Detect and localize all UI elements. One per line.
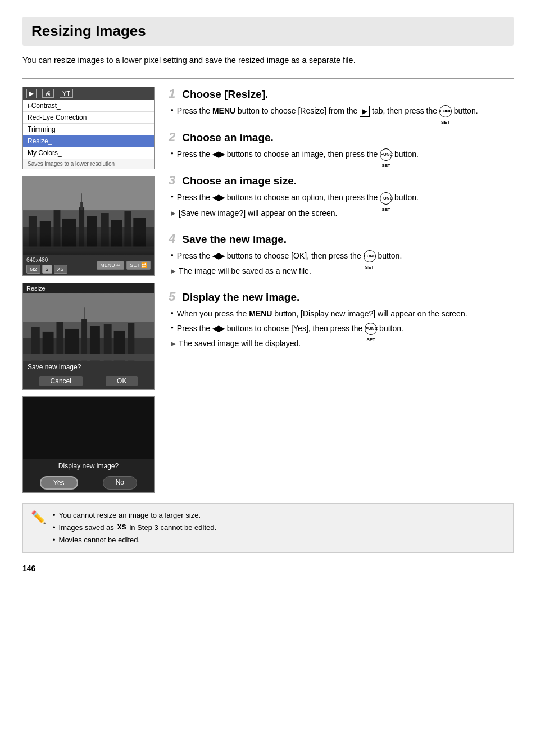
bullet-text-3-1: Press the ◀▶ buttons to choose an option… <box>177 192 419 204</box>
save-buttons: Cancel OK <box>23 373 154 389</box>
cancel-button[interactable]: Cancel <box>39 376 83 386</box>
resize-image-1 <box>23 176 154 255</box>
yes-button[interactable]: Yes <box>40 476 78 490</box>
save-screen-label: Resize <box>23 283 154 293</box>
note-items: You cannot resize an image to a larger s… <box>53 509 216 546</box>
func-set-btn-4: FUNCSET <box>364 250 376 262</box>
step-2: 2 Choose an image. ● Press the ◀▶ button… <box>169 130 514 161</box>
step-3: 3 Choose an image size. ● Press the ◀▶ b… <box>169 173 514 219</box>
tab-playback-icon: ▶ <box>360 106 370 117</box>
step-title-1: Choose [Resize]. <box>180 88 268 101</box>
step-body-5: ● When you press the MENU button, [Displ… <box>169 308 514 350</box>
step-number-3: 3 <box>169 173 175 188</box>
note-text-3: Movies cannot be edited. <box>59 534 140 546</box>
bullet-dot-3: ● <box>171 193 174 200</box>
cam-btn-set[interactable]: SET 🔁 <box>126 261 151 270</box>
bullet-5-3: ▶ The saved image will be displayed. <box>171 338 514 350</box>
svg-rect-6 <box>62 219 76 255</box>
svg-rect-30 <box>23 354 154 360</box>
arrow-5-3: ▶ <box>171 339 175 348</box>
bullet-text-4-2: The image will be saved as a new file. <box>179 265 311 277</box>
bullet-text-5-1: When you press the MENU button, [Display… <box>177 308 467 320</box>
screen-menu: ▶ 🖨 YT i-Contrast_ Red-Eye Correction_ T… <box>22 87 155 169</box>
func-set-btn-1: FUNCSET <box>439 105 452 117</box>
no-button[interactable]: No <box>103 476 137 490</box>
tab-print: 🖨 <box>42 89 54 98</box>
step-number-2: 2 <box>169 130 175 144</box>
bullet-dot-5-2: ● <box>171 324 174 331</box>
svg-rect-13 <box>80 202 83 210</box>
size-btn-xs[interactable]: XS <box>54 265 67 274</box>
btn-bar-1: MENU ↩ SET 🔁 <box>97 261 151 270</box>
bullet-dot-2: ● <box>171 150 174 157</box>
step-title-2: Choose an image. <box>180 132 274 144</box>
menu-header: ▶ 🖨 YT <box>23 87 154 100</box>
step-body-1: ● Press the MENU button to choose [Resiz… <box>169 105 514 117</box>
step-body-4: ● Press the ◀▶ buttons to choose [OK], t… <box>169 250 514 277</box>
step-4: 4 Save the new image. ● Press the ◀▶ but… <box>169 232 514 277</box>
menu-item-mycolors: My Colors_ <box>23 147 154 159</box>
func-set-btn-2: FUNCSET <box>380 148 392 161</box>
cam-btn-menu[interactable]: MENU ↩ <box>97 261 124 270</box>
bullet-3-2: ▶ [Save new image?] will appear on the s… <box>171 207 514 219</box>
arrow-3-2: ▶ <box>171 209 175 218</box>
svg-rect-11 <box>124 211 131 255</box>
svg-rect-7 <box>79 207 84 255</box>
note-box: ✏️ You cannot resize an image to a large… <box>22 503 514 553</box>
svg-rect-10 <box>111 220 122 255</box>
size-btn-s[interactable]: S <box>42 265 52 274</box>
screen-display: Display new image? Yes No <box>22 396 155 493</box>
save-image-placeholder <box>23 293 154 361</box>
display-question: Display new image? <box>23 459 154 473</box>
size-btn-m2[interactable]: M2 <box>26 265 40 274</box>
bullet-text-5-2: Press the ◀▶ buttons to choose [Yes], th… <box>177 323 403 335</box>
menu-item-icontrast: i-Contrast_ <box>23 100 154 112</box>
step-title-3: Choose an image size. <box>180 175 297 187</box>
arrow-4-2: ▶ <box>171 266 175 276</box>
menu-item-resize[interactable]: Resize_ <box>23 135 154 147</box>
bullet-dot-5: ● <box>171 310 174 316</box>
step-1: 1 Choose [Resize]. ● Press the MENU butt… <box>169 87 514 117</box>
bullet-text-2-1: Press the ◀▶ buttons to choose an image,… <box>177 148 419 161</box>
func-set-btn-5: FUNCSET <box>365 323 377 335</box>
save-city-svg <box>23 293 154 361</box>
note-item-3: Movies cannot be edited. <box>53 534 216 546</box>
svg-rect-16 <box>23 249 154 255</box>
bullet-text-3-2: [Save new image?] will appear on the scr… <box>179 207 338 219</box>
step-number-4: 4 <box>169 232 175 246</box>
display-buttons: Yes No <box>23 473 154 492</box>
main-content: ▶ 🖨 YT i-Contrast_ Red-Eye Correction_ T… <box>22 87 514 493</box>
step-number-5: 5 <box>169 289 175 304</box>
section-divider <box>22 78 514 79</box>
svg-rect-3 <box>29 216 37 255</box>
bullet-2-1: ● Press the ◀▶ buttons to choose an imag… <box>171 148 514 161</box>
bullet-dot-4: ● <box>171 252 174 259</box>
note-pencil-icon: ✏️ <box>31 510 46 525</box>
bullet-1-1: ● Press the MENU button to choose [Resiz… <box>171 105 514 117</box>
bullet-dot: ● <box>171 107 174 114</box>
right-column: 1 Choose [Resize]. ● Press the MENU butt… <box>169 87 514 493</box>
bullet-text-1-1: Press the MENU button to choose [Resize]… <box>177 105 478 117</box>
svg-rect-15 <box>23 246 154 255</box>
ok-button[interactable]: OK <box>106 376 138 386</box>
tab-playback: ▶ <box>26 89 37 98</box>
bullet-4-2: ▶ The image will be saved as a new file. <box>171 265 514 277</box>
display-area <box>23 397 154 459</box>
step-body-3: ● Press the ◀▶ buttons to choose an opti… <box>169 192 514 219</box>
step-number-1: 1 <box>169 87 175 101</box>
city-silhouette-svg <box>23 176 154 255</box>
step-title-5: Display the new image. <box>180 291 299 304</box>
menu-footer: Saves images to a lower resolution <box>23 159 154 169</box>
svg-rect-8 <box>87 216 97 255</box>
menu-item-redeye: Red-Eye Correction_ <box>23 112 154 124</box>
bullet-3-1: ● Press the ◀▶ buttons to choose an opti… <box>171 192 514 204</box>
intro-text: You can resize images to a lower pixel s… <box>22 55 514 67</box>
left-column: ▶ 🖨 YT i-Contrast_ Red-Eye Correction_ T… <box>22 87 157 493</box>
bullet-5-2: ● Press the ◀▶ buttons to choose [Yes], … <box>171 323 514 335</box>
svg-rect-4 <box>40 221 51 255</box>
page-title: Resizing Images <box>22 17 514 46</box>
bullet-4-1: ● Press the ◀▶ buttons to choose [OK], t… <box>171 250 514 262</box>
resize-bottom-bar: 640x480 M2 S XS MENU ↩ SET 🔁 <box>23 255 154 275</box>
screen-resize: Resize <box>22 176 155 276</box>
svg-rect-5 <box>54 210 61 255</box>
